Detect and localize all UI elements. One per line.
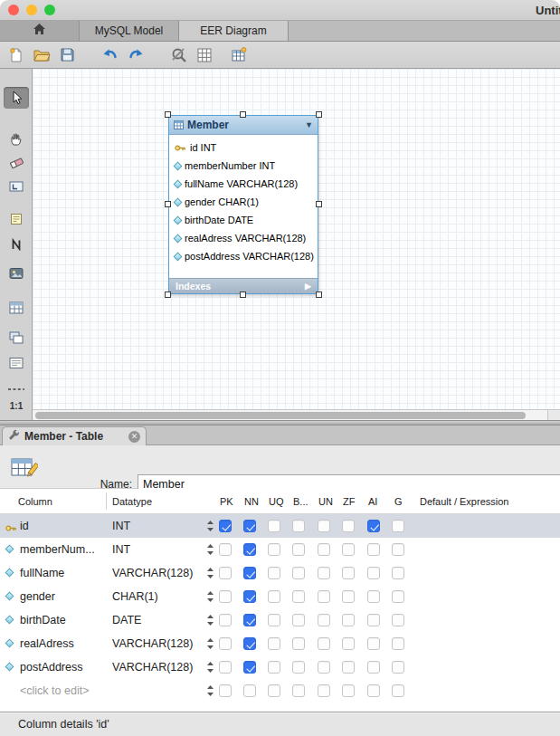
column-row[interactable]: idINT xyxy=(0,514,560,538)
zf-checkbox[interactable] xyxy=(342,543,355,556)
zoom-window-button[interactable] xyxy=(44,5,55,15)
figure-column[interactable]: memberNumber INT xyxy=(169,157,318,175)
new-document-button[interactable] xyxy=(5,44,27,66)
datatype-cell[interactable]: VARCHAR(128) xyxy=(112,637,203,650)
close-icon[interactable] xyxy=(128,431,140,443)
b-checkbox[interactable] xyxy=(292,684,305,697)
nn-checkbox[interactable] xyxy=(243,614,256,626)
collapse-icon[interactable]: ▼ xyxy=(305,120,313,129)
b-checkbox[interactable] xyxy=(292,590,305,603)
ai-checkbox[interactable] xyxy=(367,661,380,674)
un-checkbox[interactable] xyxy=(318,661,330,674)
table-figure-member[interactable]: Member ▼ id INTmemberNumber INTfullName … xyxy=(168,115,318,294)
column-name-cell[interactable]: <click to edit> xyxy=(20,684,89,697)
column-name-cell[interactable]: fullName xyxy=(20,567,64,579)
open-model-button[interactable] xyxy=(31,44,52,66)
uq-checkbox[interactable] xyxy=(268,590,280,603)
uq-checkbox[interactable] xyxy=(268,543,280,556)
relationship-arrow-tool[interactable] xyxy=(4,413,29,420)
zf-checkbox[interactable] xyxy=(342,520,355,532)
zf-checkbox[interactable] xyxy=(342,684,355,697)
zf-checkbox[interactable] xyxy=(342,567,355,579)
selection-handle[interactable] xyxy=(165,292,171,298)
eraser-tool[interactable] xyxy=(4,152,29,174)
horizontal-scrollbar[interactable] xyxy=(33,409,547,420)
nn-checkbox[interactable] xyxy=(243,661,256,674)
column-row[interactable]: realAdressVARCHAR(128) xyxy=(0,632,560,655)
hand-tool[interactable] xyxy=(4,129,29,150)
g-checkbox[interactable] xyxy=(392,614,404,626)
figure-column[interactable]: id INT xyxy=(169,139,318,157)
g-checkbox[interactable] xyxy=(392,543,404,556)
b-checkbox[interactable] xyxy=(292,543,305,556)
pk-checkbox[interactable] xyxy=(219,684,232,697)
selection-handle[interactable] xyxy=(165,111,171,118)
un-checkbox[interactable] xyxy=(318,567,330,579)
text-tool[interactable] xyxy=(4,234,29,255)
b-checkbox[interactable] xyxy=(292,614,305,626)
ai-checkbox[interactable] xyxy=(367,520,380,532)
selection-handle[interactable] xyxy=(316,201,322,207)
figure-column[interactable]: gender CHAR(1) xyxy=(169,193,318,211)
diagram-canvas[interactable]: Member ▼ id INTmemberNumber INTfullName … xyxy=(33,69,560,409)
pk-checkbox[interactable] xyxy=(219,543,232,556)
g-checkbox[interactable] xyxy=(392,637,404,650)
ai-checkbox[interactable] xyxy=(367,684,380,697)
column-row[interactable]: fullNameVARCHAR(128) xyxy=(0,561,560,585)
scrollbar-thumb[interactable] xyxy=(35,412,526,419)
figure-header[interactable]: Member ▼ xyxy=(169,116,318,135)
image-tool[interactable] xyxy=(4,263,29,284)
uq-checkbox[interactable] xyxy=(268,684,280,697)
uq-checkbox[interactable] xyxy=(268,637,280,650)
datatype-stepper-icon[interactable] xyxy=(207,544,214,555)
un-checkbox[interactable] xyxy=(318,543,330,556)
pk-checkbox[interactable] xyxy=(219,520,232,532)
datatype-cell[interactable]: VARCHAR(128) xyxy=(112,661,203,674)
column-name-cell[interactable]: id xyxy=(20,520,29,532)
figure-column[interactable]: postAddress VARCHAR(128) xyxy=(169,247,318,265)
un-checkbox[interactable] xyxy=(318,684,330,697)
figure-column[interactable]: fullName VARCHAR(128) xyxy=(169,175,318,193)
column-row[interactable]: memberNum...INT xyxy=(0,538,560,561)
save-model-button[interactable] xyxy=(56,44,78,66)
g-checkbox[interactable] xyxy=(392,567,404,579)
pointer-tool[interactable] xyxy=(4,87,29,109)
zf-checkbox[interactable] xyxy=(342,661,355,674)
nn-checkbox[interactable] xyxy=(243,543,256,556)
toggle-grid-button[interactable] xyxy=(194,44,215,66)
new-table-button[interactable] xyxy=(228,44,250,66)
pk-checkbox[interactable] xyxy=(219,614,232,626)
column-name-cell[interactable]: postAddress xyxy=(20,661,82,674)
ai-checkbox[interactable] xyxy=(367,543,380,556)
datatype-stepper-icon[interactable] xyxy=(207,685,214,696)
home-tab[interactable] xyxy=(0,21,80,41)
column-name-cell[interactable]: birthDate xyxy=(20,614,66,626)
b-checkbox[interactable] xyxy=(292,567,305,579)
datatype-stepper-icon[interactable] xyxy=(207,615,214,626)
ai-checkbox[interactable] xyxy=(367,567,380,579)
ai-checkbox[interactable] xyxy=(367,614,380,626)
tab-mysql-model[interactable]: MySQL Model xyxy=(80,21,179,41)
selection-handle[interactable] xyxy=(316,111,322,118)
pk-checkbox[interactable] xyxy=(219,661,232,674)
zf-checkbox[interactable] xyxy=(342,637,355,650)
zf-checkbox[interactable] xyxy=(342,614,355,626)
datatype-stepper-icon[interactable] xyxy=(207,662,214,673)
selection-handle[interactable] xyxy=(165,201,171,207)
column-row[interactable]: birthDateDATE xyxy=(0,608,560,632)
g-checkbox[interactable] xyxy=(392,520,404,532)
figure-column[interactable]: realAdress VARCHAR(128) xyxy=(169,229,318,247)
panel-tab-member-table[interactable]: Member - Table xyxy=(2,426,147,445)
datatype-cell[interactable]: DATE xyxy=(112,614,203,626)
column-row[interactable]: <click to edit> xyxy=(0,679,560,703)
selection-handle[interactable] xyxy=(240,292,246,298)
uq-checkbox[interactable] xyxy=(268,567,280,579)
un-checkbox[interactable] xyxy=(318,590,330,603)
ai-checkbox[interactable] xyxy=(367,637,380,650)
pk-checkbox[interactable] xyxy=(219,637,232,650)
datatype-cell[interactable]: INT xyxy=(112,543,203,556)
column-row[interactable]: postAddressVARCHAR(128) xyxy=(0,655,560,679)
pk-checkbox[interactable] xyxy=(219,567,232,579)
undo-button[interactable] xyxy=(100,44,121,66)
g-checkbox[interactable] xyxy=(392,590,404,603)
